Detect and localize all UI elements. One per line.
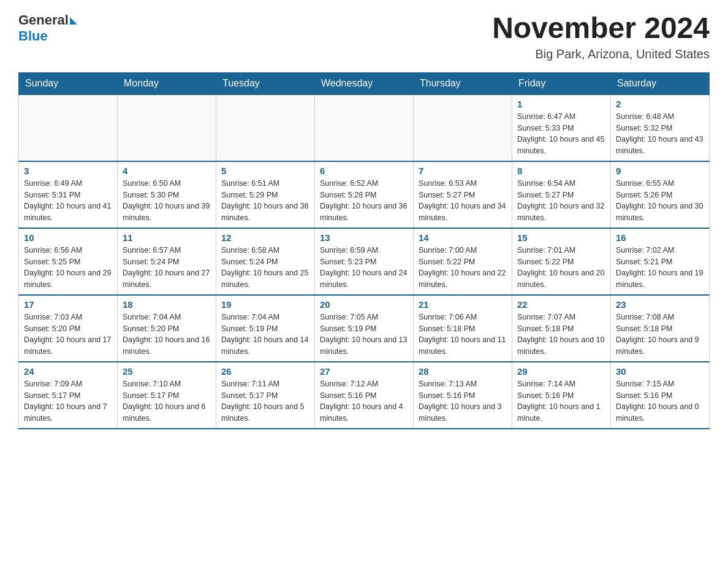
calendar-cell bbox=[19, 94, 118, 161]
weekday-header-sunday: Sunday bbox=[19, 72, 118, 94]
day-number: 19 bbox=[221, 299, 309, 310]
calendar-cell: 4Sunrise: 6:50 AMSunset: 5:30 PMDaylight… bbox=[118, 161, 216, 228]
calendar-cell: 9Sunrise: 6:55 AMSunset: 5:26 PMDaylight… bbox=[611, 161, 710, 228]
calendar-cell: 15Sunrise: 7:01 AMSunset: 5:22 PMDayligh… bbox=[512, 228, 611, 295]
day-number: 15 bbox=[517, 232, 605, 243]
calendar-week-row: 1Sunrise: 6:47 AMSunset: 5:33 PMDaylight… bbox=[19, 94, 710, 161]
day-number: 30 bbox=[616, 366, 704, 377]
calendar-cell: 28Sunrise: 7:13 AMSunset: 5:16 PMDayligh… bbox=[414, 362, 512, 429]
day-number: 23 bbox=[616, 299, 704, 310]
calendar-cell bbox=[414, 94, 512, 161]
day-info: Sunrise: 6:53 AMSunset: 5:27 PMDaylight:… bbox=[419, 178, 507, 224]
weekday-header-saturday: Saturday bbox=[611, 72, 710, 94]
weekday-header-row: SundayMondayTuesdayWednesdayThursdayFrid… bbox=[19, 72, 710, 94]
calendar-cell: 29Sunrise: 7:14 AMSunset: 5:16 PMDayligh… bbox=[512, 362, 611, 429]
day-info: Sunrise: 7:01 AMSunset: 5:22 PMDaylight:… bbox=[517, 245, 605, 291]
weekday-header-wednesday: Wednesday bbox=[315, 72, 414, 94]
day-number: 3 bbox=[24, 166, 112, 176]
day-info: Sunrise: 7:05 AMSunset: 5:19 PMDaylight:… bbox=[320, 312, 408, 358]
day-number: 28 bbox=[419, 366, 507, 377]
day-info: Sunrise: 7:04 AMSunset: 5:19 PMDaylight:… bbox=[221, 312, 309, 358]
day-number: 11 bbox=[123, 232, 211, 243]
calendar-cell: 24Sunrise: 7:09 AMSunset: 5:17 PMDayligh… bbox=[19, 362, 118, 429]
calendar-cell: 2Sunrise: 6:48 AMSunset: 5:32 PMDaylight… bbox=[611, 94, 710, 161]
calendar-week-row: 3Sunrise: 6:49 AMSunset: 5:31 PMDaylight… bbox=[19, 161, 710, 228]
calendar-cell bbox=[118, 94, 216, 161]
calendar-subtitle: Big Park, Arizona, United States bbox=[492, 47, 710, 61]
day-info: Sunrise: 7:11 AMSunset: 5:17 PMDaylight:… bbox=[221, 378, 309, 424]
calendar-cell: 7Sunrise: 6:53 AMSunset: 5:27 PMDaylight… bbox=[414, 161, 512, 228]
weekday-header-friday: Friday bbox=[512, 72, 611, 94]
calendar-cell: 1Sunrise: 6:47 AMSunset: 5:33 PMDaylight… bbox=[512, 94, 611, 161]
day-info: Sunrise: 7:06 AMSunset: 5:18 PMDaylight:… bbox=[419, 312, 507, 358]
day-info: Sunrise: 7:02 AMSunset: 5:21 PMDaylight:… bbox=[616, 245, 704, 291]
day-number: 4 bbox=[123, 166, 211, 176]
day-number: 24 bbox=[24, 366, 112, 377]
calendar-cell: 12Sunrise: 6:58 AMSunset: 5:24 PMDayligh… bbox=[216, 228, 315, 295]
day-info: Sunrise: 7:12 AMSunset: 5:16 PMDaylight:… bbox=[320, 378, 408, 424]
day-number: 2 bbox=[616, 99, 704, 109]
day-info: Sunrise: 6:57 AMSunset: 5:24 PMDaylight:… bbox=[123, 245, 211, 291]
calendar-cell: 19Sunrise: 7:04 AMSunset: 5:19 PMDayligh… bbox=[216, 295, 315, 362]
day-info: Sunrise: 7:08 AMSunset: 5:18 PMDaylight:… bbox=[616, 312, 704, 358]
day-number: 10 bbox=[24, 232, 112, 243]
day-number: 27 bbox=[320, 366, 408, 377]
weekday-header-thursday: Thursday bbox=[414, 72, 512, 94]
day-number: 7 bbox=[419, 166, 507, 176]
day-info: Sunrise: 7:07 AMSunset: 5:18 PMDaylight:… bbox=[517, 312, 605, 358]
calendar-cell: 23Sunrise: 7:08 AMSunset: 5:18 PMDayligh… bbox=[611, 295, 710, 362]
calendar-cell: 11Sunrise: 6:57 AMSunset: 5:24 PMDayligh… bbox=[118, 228, 216, 295]
calendar-cell: 13Sunrise: 6:59 AMSunset: 5:23 PMDayligh… bbox=[315, 228, 414, 295]
calendar-cell: 20Sunrise: 7:05 AMSunset: 5:19 PMDayligh… bbox=[315, 295, 414, 362]
day-info: Sunrise: 7:00 AMSunset: 5:22 PMDaylight:… bbox=[419, 245, 507, 291]
day-number: 18 bbox=[123, 299, 211, 310]
weekday-header-tuesday: Tuesday bbox=[216, 72, 315, 94]
day-info: Sunrise: 6:49 AMSunset: 5:31 PMDaylight:… bbox=[24, 178, 112, 224]
calendar-cell: 17Sunrise: 7:03 AMSunset: 5:20 PMDayligh… bbox=[19, 295, 118, 362]
calendar-cell: 30Sunrise: 7:15 AMSunset: 5:16 PMDayligh… bbox=[611, 362, 710, 429]
day-info: Sunrise: 6:55 AMSunset: 5:26 PMDaylight:… bbox=[616, 178, 704, 224]
day-number: 16 bbox=[616, 232, 704, 243]
calendar-cell: 16Sunrise: 7:02 AMSunset: 5:21 PMDayligh… bbox=[611, 228, 710, 295]
weekday-header-monday: Monday bbox=[118, 72, 216, 94]
calendar-week-row: 17Sunrise: 7:03 AMSunset: 5:20 PMDayligh… bbox=[19, 295, 710, 362]
day-number: 26 bbox=[221, 366, 309, 377]
day-number: 5 bbox=[221, 166, 309, 176]
day-info: Sunrise: 6:50 AMSunset: 5:30 PMDaylight:… bbox=[123, 178, 211, 224]
calendar-cell: 5Sunrise: 6:51 AMSunset: 5:29 PMDaylight… bbox=[216, 161, 315, 228]
day-number: 8 bbox=[517, 166, 605, 176]
logo-general: General bbox=[18, 12, 69, 28]
logo-blue: Blue bbox=[18, 28, 77, 44]
calendar-cell: 18Sunrise: 7:04 AMSunset: 5:20 PMDayligh… bbox=[118, 295, 216, 362]
day-number: 14 bbox=[419, 232, 507, 243]
day-info: Sunrise: 6:58 AMSunset: 5:24 PMDaylight:… bbox=[221, 245, 309, 291]
calendar-cell bbox=[315, 94, 414, 161]
day-number: 13 bbox=[320, 232, 408, 243]
calendar-cell: 3Sunrise: 6:49 AMSunset: 5:31 PMDaylight… bbox=[19, 161, 118, 228]
day-number: 22 bbox=[517, 299, 605, 310]
day-number: 17 bbox=[24, 299, 112, 310]
calendar-week-row: 24Sunrise: 7:09 AMSunset: 5:17 PMDayligh… bbox=[19, 362, 710, 429]
day-number: 29 bbox=[517, 366, 605, 377]
day-number: 12 bbox=[221, 232, 309, 243]
calendar-cell: 10Sunrise: 6:56 AMSunset: 5:25 PMDayligh… bbox=[19, 228, 118, 295]
calendar-cell: 21Sunrise: 7:06 AMSunset: 5:18 PMDayligh… bbox=[414, 295, 512, 362]
calendar-table: SundayMondayTuesdayWednesdayThursdayFrid… bbox=[18, 72, 710, 429]
calendar-cell: 6Sunrise: 6:52 AMSunset: 5:28 PMDaylight… bbox=[315, 161, 414, 228]
day-info: Sunrise: 7:09 AMSunset: 5:17 PMDaylight:… bbox=[24, 378, 112, 424]
logo: General Blue bbox=[18, 12, 77, 44]
day-number: 25 bbox=[123, 366, 211, 377]
day-info: Sunrise: 7:10 AMSunset: 5:17 PMDaylight:… bbox=[123, 378, 211, 424]
day-info: Sunrise: 7:15 AMSunset: 5:16 PMDaylight:… bbox=[616, 378, 704, 424]
calendar-cell: 14Sunrise: 7:00 AMSunset: 5:22 PMDayligh… bbox=[414, 228, 512, 295]
day-info: Sunrise: 6:52 AMSunset: 5:28 PMDaylight:… bbox=[320, 178, 408, 224]
day-info: Sunrise: 6:56 AMSunset: 5:25 PMDaylight:… bbox=[24, 245, 112, 291]
calendar-week-row: 10Sunrise: 6:56 AMSunset: 5:25 PMDayligh… bbox=[19, 228, 710, 295]
day-info: Sunrise: 7:04 AMSunset: 5:20 PMDaylight:… bbox=[123, 312, 211, 358]
day-number: 20 bbox=[320, 299, 408, 310]
calendar-cell: 8Sunrise: 6:54 AMSunset: 5:27 PMDaylight… bbox=[512, 161, 611, 228]
calendar-cell bbox=[216, 94, 315, 161]
day-info: Sunrise: 7:13 AMSunset: 5:16 PMDaylight:… bbox=[419, 378, 507, 424]
day-info: Sunrise: 6:48 AMSunset: 5:32 PMDaylight:… bbox=[616, 111, 704, 157]
day-number: 1 bbox=[517, 99, 605, 109]
